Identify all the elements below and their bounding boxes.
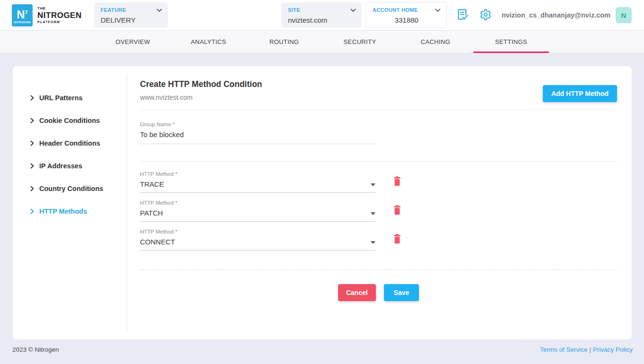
dropdown-arrow-icon <box>371 208 375 217</box>
chevron-down-icon <box>350 6 356 14</box>
trash-icon <box>393 234 401 245</box>
group-name-value: To be blocked <box>140 130 376 144</box>
chevron-right-icon <box>30 118 34 123</box>
tab-caching[interactable]: CACHING <box>398 31 473 53</box>
sidebar-item-cookie-conditions[interactable]: Cookie Conditions <box>13 109 127 132</box>
http-method-row: HTTP Method * TRACE <box>140 171 617 193</box>
http-method-row: HTTP Method * CONNECT <box>140 229 617 251</box>
delete-method-button-2[interactable] <box>390 203 405 218</box>
delete-method-button-1[interactable] <box>390 174 405 190</box>
account-home-value: 331880 <box>373 16 441 24</box>
tab-routing[interactable]: ROUTING <box>246 31 322 53</box>
terms-of-service-link[interactable]: Terms of Service <box>540 346 588 353</box>
logo-box-label: NITROGEN <box>14 21 31 24</box>
tab-analytics[interactable]: ANALYTICS <box>171 31 246 53</box>
feature-select-value: DELIVERY <box>101 16 162 24</box>
copyright-text: 2023 © Nitrogen <box>12 346 59 353</box>
feature-select-label: FEATURE <box>101 7 126 13</box>
sidebar-item-country-conditions[interactable]: Country Conditions <box>13 177 127 200</box>
cancel-button[interactable]: Cancel <box>338 284 376 301</box>
tab-settings[interactable]: SETTINGS <box>473 31 549 53</box>
http-method-label: HTTP Method * <box>140 229 375 234</box>
document-check-icon <box>456 8 469 22</box>
http-method-row: HTTP Method * PATCH <box>140 200 617 222</box>
tab-security[interactable]: SECURITY <box>322 31 398 53</box>
gear-icon <box>479 9 492 22</box>
chevron-right-icon <box>30 163 34 169</box>
tab-overview[interactable]: OVERVIEW <box>95 31 171 53</box>
group-name-input[interactable]: To be blocked <box>140 130 376 144</box>
http-method-value: PATCH <box>140 209 163 217</box>
account-home-select[interactable]: ACCOUNT HOME 331880 <box>366 2 447 28</box>
http-method-value: CONNECT <box>140 238 175 246</box>
logo-symbol: N7 <box>17 7 27 20</box>
sidebar-item-ip-addresses[interactable]: IP Addresses <box>13 155 127 177</box>
sidebar-item-header-conditions[interactable]: Header Conditions <box>13 132 127 155</box>
page-subtitle: www.nviztest.com <box>140 94 262 101</box>
group-name-label: Group Name * <box>140 121 617 127</box>
page-footer: 2023 © Nitrogen Terms of Service|Privacy… <box>0 339 644 353</box>
user-email[interactable]: nvizion_cs_dhananjay@nviz.com <box>502 11 610 19</box>
main-nav: OVERVIEW ANALYTICS ROUTING SECURITY CACH… <box>0 31 644 53</box>
http-method-select-3[interactable]: CONNECT <box>140 237 375 251</box>
trash-icon <box>393 205 401 217</box>
http-method-value: TRACE <box>140 180 164 188</box>
sidebar-item-http-methods[interactable]: HTTP Methods <box>13 200 127 223</box>
dropdown-arrow-icon <box>371 237 375 246</box>
site-select[interactable]: SITE nviztest.com <box>281 2 362 28</box>
http-method-label: HTTP Method * <box>140 200 375 206</box>
brand-text: THE NITROGEN PLATFORM <box>37 7 82 24</box>
site-select-value: nviztest.com <box>288 16 356 24</box>
delete-method-button-3[interactable] <box>390 232 405 247</box>
settings-card: URL Patterns Cookie Conditions Header Co… <box>13 66 632 339</box>
nitrogen-logo[interactable]: N7 NITROGEN <box>12 4 33 26</box>
add-http-method-button[interactable]: Add HTTP Method <box>543 85 617 102</box>
avatar[interactable]: N <box>616 7 632 23</box>
tasks-button[interactable] <box>456 8 469 22</box>
http-method-label: HTTP Method * <box>140 171 375 177</box>
chevron-right-icon <box>30 140 34 146</box>
http-method-select-2[interactable]: PATCH <box>140 208 375 222</box>
site-select-label: SITE <box>288 7 300 13</box>
dropdown-arrow-icon <box>371 180 375 188</box>
settings-button[interactable] <box>479 9 492 22</box>
sidebar-item-url-patterns[interactable]: URL Patterns <box>13 87 127 109</box>
http-method-select-1[interactable]: TRACE <box>140 180 375 193</box>
main-content: Create HTTP Method Condition www.nviztes… <box>127 66 632 339</box>
account-home-label: ACCOUNT HOME <box>373 7 418 13</box>
chevron-down-icon <box>157 6 162 14</box>
chevron-down-icon <box>435 6 441 14</box>
app-header: N7 NITROGEN THE NITROGEN PLATFORM FEATUR… <box>0 0 644 31</box>
settings-sidebar: URL Patterns Cookie Conditions Header Co… <box>13 74 127 332</box>
section-divider <box>140 269 617 270</box>
trash-icon <box>393 176 401 188</box>
save-button[interactable]: Save <box>384 284 419 301</box>
privacy-policy-link[interactable]: Privacy Policy <box>593 346 633 353</box>
chevron-right-icon <box>30 186 34 191</box>
chevron-right-icon <box>30 208 34 214</box>
page-title: Create HTTP Method Condition <box>140 79 262 89</box>
chevron-right-icon <box>30 95 34 101</box>
feature-select[interactable]: FEATURE DELIVERY <box>94 2 168 28</box>
link-separator: | <box>589 346 591 353</box>
